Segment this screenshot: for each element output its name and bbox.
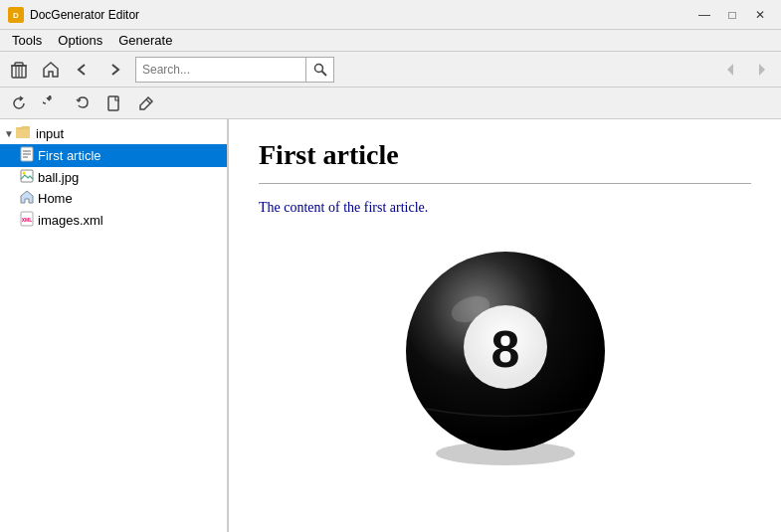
svg-marker-10 (727, 64, 733, 76)
window-title: DocGenerator Editor (30, 8, 139, 22)
nav-next-button[interactable] (747, 56, 777, 84)
back-button[interactable] (68, 56, 98, 84)
svg-line-9 (321, 71, 326, 76)
svg-rect-12 (108, 96, 118, 110)
xml-icon: XML (20, 211, 34, 230)
svg-marker-11 (759, 64, 765, 76)
svg-text:XML: XML (22, 217, 33, 223)
ball-image-container: 8 (259, 240, 751, 468)
article-body: The content of the first article. (259, 200, 751, 216)
home-icon (20, 190, 34, 207)
search-input[interactable] (136, 58, 305, 82)
forward-button[interactable] (99, 56, 129, 84)
toolbar (0, 52, 781, 88)
article-divider (259, 183, 751, 184)
menu-tools[interactable]: Tools (4, 31, 50, 50)
window-controls: — □ ✕ (691, 5, 773, 25)
svg-point-19 (23, 172, 26, 175)
redo-button[interactable] (68, 89, 98, 117)
folder-icon (16, 125, 32, 142)
home-label: Home (38, 191, 73, 206)
sidebar: ▼ input First article (0, 119, 229, 532)
toolbar2 (0, 88, 781, 119)
sidebar-item-ball-jpg[interactable]: ball.jpg (0, 167, 227, 188)
minimize-button[interactable]: — (691, 5, 717, 25)
titlebar: D DocGenerator Editor — □ ✕ (0, 0, 781, 30)
article-title: First article (259, 139, 751, 171)
app-icon: D (8, 7, 24, 23)
menu-options[interactable]: Options (50, 31, 110, 50)
sidebar-item-first-article[interactable]: First article (0, 144, 227, 167)
svg-rect-18 (21, 170, 33, 182)
svg-text:D: D (13, 11, 19, 20)
new-doc-button[interactable] (99, 89, 129, 117)
nav-prev-button[interactable] (715, 56, 745, 84)
article-icon (20, 146, 34, 165)
content-area: First article The content of the first a… (229, 119, 781, 532)
menu-generate[interactable]: Generate (110, 31, 180, 50)
folder-label: input (36, 126, 64, 141)
sidebar-item-home[interactable]: Home (0, 188, 227, 209)
undo-button[interactable] (36, 89, 66, 117)
edit-button[interactable] (131, 89, 161, 117)
expand-arrow: ▼ (4, 128, 16, 139)
svg-point-8 (314, 64, 322, 72)
ball-jpg-label: ball.jpg (38, 170, 79, 185)
image-icon (20, 169, 34, 186)
maximize-button[interactable]: □ (719, 5, 745, 25)
search-button[interactable] (305, 57, 333, 83)
titlebar-left: D DocGenerator Editor (8, 7, 139, 23)
svg-line-13 (146, 99, 150, 103)
home-button[interactable] (36, 56, 66, 84)
main-layout: ▼ input First article (0, 119, 781, 532)
sidebar-item-images-xml[interactable]: XML images.xml (0, 209, 227, 232)
ball-number: 8 (490, 320, 519, 378)
close-button[interactable]: ✕ (747, 5, 773, 25)
search-container (135, 57, 334, 83)
delete-button[interactable] (4, 56, 34, 84)
refresh-button[interactable] (4, 89, 34, 117)
ball-image: 8 (391, 240, 620, 468)
sidebar-item-input[interactable]: ▼ input (0, 123, 227, 144)
images-xml-label: images.xml (38, 213, 103, 228)
article-label: First article (38, 148, 101, 163)
menubar: Tools Options Generate (0, 30, 781, 52)
